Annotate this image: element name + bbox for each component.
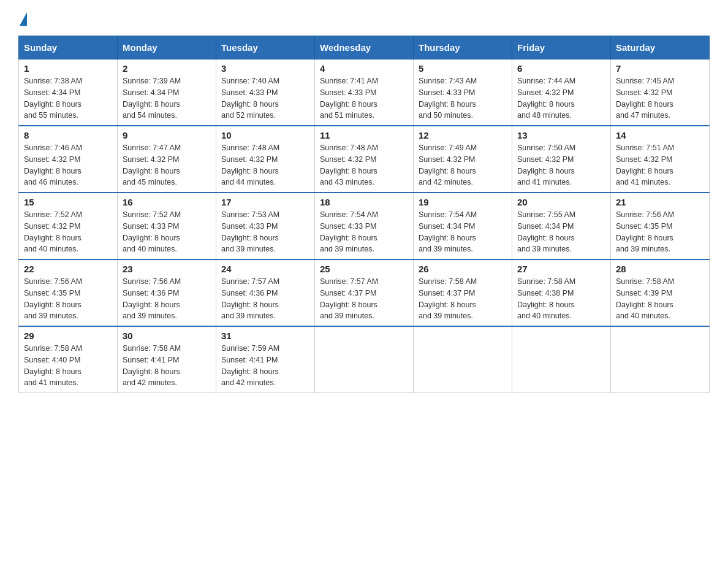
- calendar-cell: 15 Sunrise: 7:52 AM Sunset: 4:32 PM Dayl…: [19, 193, 118, 259]
- day-info: Sunrise: 7:52 AM Sunset: 4:33 PM Dayligh…: [123, 209, 211, 255]
- day-number: 26: [419, 264, 507, 274]
- day-number: 29: [24, 331, 112, 341]
- calendar-cell: 14 Sunrise: 7:51 AM Sunset: 4:32 PM Dayl…: [611, 126, 710, 193]
- calendar-cell: 2 Sunrise: 7:39 AM Sunset: 4:34 PM Dayli…: [118, 59, 216, 126]
- day-info: Sunrise: 7:55 AM Sunset: 4:34 PM Dayligh…: [517, 209, 605, 255]
- day-number: 6: [517, 63, 605, 74]
- day-number: 3: [221, 63, 309, 74]
- day-info: Sunrise: 7:49 AM Sunset: 4:32 PM Dayligh…: [419, 142, 507, 188]
- calendar-cell: [512, 326, 611, 393]
- day-info: Sunrise: 7:54 AM Sunset: 4:33 PM Dayligh…: [320, 209, 408, 255]
- calendar-cell: [414, 326, 512, 393]
- weekday-header-row: Sunday Monday Tuesday Wednesday Thursday…: [19, 36, 710, 59]
- logo: [18, 12, 27, 29]
- calendar-cell: 19 Sunrise: 7:54 AM Sunset: 4:34 PM Dayl…: [414, 193, 512, 259]
- day-info: Sunrise: 7:41 AM Sunset: 4:33 PM Dayligh…: [320, 75, 408, 121]
- day-number: 17: [221, 197, 309, 207]
- day-number: 25: [320, 264, 408, 274]
- day-number: 1: [24, 63, 112, 74]
- day-number: 12: [419, 130, 507, 140]
- calendar-cell: 17 Sunrise: 7:53 AM Sunset: 4:33 PM Dayl…: [216, 193, 315, 259]
- day-number: 22: [24, 264, 112, 274]
- day-number: 24: [221, 264, 309, 274]
- calendar-cell: 6 Sunrise: 7:44 AM Sunset: 4:32 PM Dayli…: [512, 59, 611, 126]
- calendar-cell: 13 Sunrise: 7:50 AM Sunset: 4:32 PM Dayl…: [512, 126, 611, 193]
- day-number: 28: [616, 264, 704, 274]
- day-info: Sunrise: 7:57 AM Sunset: 4:37 PM Dayligh…: [320, 276, 408, 322]
- logo-triangle-icon: [20, 12, 27, 26]
- day-number: 13: [517, 130, 605, 140]
- day-info: Sunrise: 7:45 AM Sunset: 4:32 PM Dayligh…: [616, 75, 704, 121]
- day-info: Sunrise: 7:54 AM Sunset: 4:34 PM Dayligh…: [419, 209, 507, 255]
- header-tuesday: Tuesday: [216, 36, 315, 59]
- day-number: 11: [320, 130, 408, 140]
- day-number: 23: [123, 264, 211, 274]
- day-info: Sunrise: 7:58 AM Sunset: 4:40 PM Dayligh…: [24, 343, 112, 389]
- calendar-cell: 29 Sunrise: 7:58 AM Sunset: 4:40 PM Dayl…: [19, 326, 118, 393]
- day-info: Sunrise: 7:58 AM Sunset: 4:39 PM Dayligh…: [616, 276, 704, 322]
- day-number: 8: [24, 130, 112, 140]
- day-info: Sunrise: 7:48 AM Sunset: 4:32 PM Dayligh…: [320, 142, 408, 188]
- day-number: 5: [419, 63, 507, 74]
- day-info: Sunrise: 7:58 AM Sunset: 4:38 PM Dayligh…: [517, 276, 605, 322]
- header-sunday: Sunday: [19, 36, 118, 59]
- day-info: Sunrise: 7:58 AM Sunset: 4:37 PM Dayligh…: [419, 276, 507, 322]
- day-number: 19: [419, 197, 507, 207]
- calendar-cell: 16 Sunrise: 7:52 AM Sunset: 4:33 PM Dayl…: [118, 193, 216, 259]
- header-monday: Monday: [118, 36, 216, 59]
- day-number: 14: [616, 130, 704, 140]
- day-number: 10: [221, 130, 309, 140]
- day-info: Sunrise: 7:59 AM Sunset: 4:41 PM Dayligh…: [221, 343, 309, 389]
- calendar-cell: 24 Sunrise: 7:57 AM Sunset: 4:36 PM Dayl…: [216, 259, 315, 326]
- calendar-week-row: 29 Sunrise: 7:58 AM Sunset: 4:40 PM Dayl…: [19, 326, 710, 393]
- calendar-cell: [611, 326, 710, 393]
- calendar-cell: 10 Sunrise: 7:48 AM Sunset: 4:32 PM Dayl…: [216, 126, 315, 193]
- day-number: 20: [517, 197, 605, 207]
- day-number: 30: [123, 331, 211, 341]
- day-info: Sunrise: 7:48 AM Sunset: 4:32 PM Dayligh…: [221, 142, 309, 188]
- day-number: 16: [123, 197, 211, 207]
- calendar-cell: 23 Sunrise: 7:56 AM Sunset: 4:36 PM Dayl…: [118, 259, 216, 326]
- calendar-cell: 28 Sunrise: 7:58 AM Sunset: 4:39 PM Dayl…: [611, 259, 710, 326]
- day-info: Sunrise: 7:51 AM Sunset: 4:32 PM Dayligh…: [616, 142, 704, 188]
- calendar-cell: 22 Sunrise: 7:56 AM Sunset: 4:35 PM Dayl…: [19, 259, 118, 326]
- calendar-cell: 7 Sunrise: 7:45 AM Sunset: 4:32 PM Dayli…: [611, 59, 710, 126]
- day-number: 31: [221, 331, 309, 341]
- calendar-cell: 1 Sunrise: 7:38 AM Sunset: 4:34 PM Dayli…: [19, 59, 118, 126]
- calendar-cell: 27 Sunrise: 7:58 AM Sunset: 4:38 PM Dayl…: [512, 259, 611, 326]
- calendar-cell: [315, 326, 414, 393]
- calendar-cell: 25 Sunrise: 7:57 AM Sunset: 4:37 PM Dayl…: [315, 259, 414, 326]
- calendar-cell: 4 Sunrise: 7:41 AM Sunset: 4:33 PM Dayli…: [315, 59, 414, 126]
- day-number: 27: [517, 264, 605, 274]
- calendar-table: Sunday Monday Tuesday Wednesday Thursday…: [18, 36, 710, 393]
- calendar-cell: 9 Sunrise: 7:47 AM Sunset: 4:32 PM Dayli…: [118, 126, 216, 193]
- calendar-cell: 8 Sunrise: 7:46 AM Sunset: 4:32 PM Dayli…: [19, 126, 118, 193]
- day-info: Sunrise: 7:56 AM Sunset: 4:36 PM Dayligh…: [123, 276, 211, 322]
- calendar-week-row: 1 Sunrise: 7:38 AM Sunset: 4:34 PM Dayli…: [19, 59, 710, 126]
- page-header: [18, 12, 710, 29]
- calendar-cell: 12 Sunrise: 7:49 AM Sunset: 4:32 PM Dayl…: [414, 126, 512, 193]
- day-number: 9: [123, 130, 211, 140]
- calendar-cell: 5 Sunrise: 7:43 AM Sunset: 4:33 PM Dayli…: [414, 59, 512, 126]
- day-info: Sunrise: 7:56 AM Sunset: 4:35 PM Dayligh…: [24, 276, 112, 322]
- calendar-week-row: 22 Sunrise: 7:56 AM Sunset: 4:35 PM Dayl…: [19, 259, 710, 326]
- day-info: Sunrise: 7:52 AM Sunset: 4:32 PM Dayligh…: [24, 209, 112, 255]
- calendar-cell: 20 Sunrise: 7:55 AM Sunset: 4:34 PM Dayl…: [512, 193, 611, 259]
- calendar-cell: 31 Sunrise: 7:59 AM Sunset: 4:41 PM Dayl…: [216, 326, 315, 393]
- day-info: Sunrise: 7:56 AM Sunset: 4:35 PM Dayligh…: [616, 209, 704, 255]
- calendar-week-row: 8 Sunrise: 7:46 AM Sunset: 4:32 PM Dayli…: [19, 126, 710, 193]
- calendar-cell: 3 Sunrise: 7:40 AM Sunset: 4:33 PM Dayli…: [216, 59, 315, 126]
- day-info: Sunrise: 7:57 AM Sunset: 4:36 PM Dayligh…: [221, 276, 309, 322]
- day-info: Sunrise: 7:44 AM Sunset: 4:32 PM Dayligh…: [517, 75, 605, 121]
- calendar-cell: 11 Sunrise: 7:48 AM Sunset: 4:32 PM Dayl…: [315, 126, 414, 193]
- day-info: Sunrise: 7:39 AM Sunset: 4:34 PM Dayligh…: [123, 75, 211, 121]
- day-number: 4: [320, 63, 408, 74]
- calendar-cell: 30 Sunrise: 7:58 AM Sunset: 4:41 PM Dayl…: [118, 326, 216, 393]
- day-info: Sunrise: 7:40 AM Sunset: 4:33 PM Dayligh…: [221, 75, 309, 121]
- calendar-cell: 26 Sunrise: 7:58 AM Sunset: 4:37 PM Dayl…: [414, 259, 512, 326]
- day-info: Sunrise: 7:38 AM Sunset: 4:34 PM Dayligh…: [24, 75, 112, 121]
- day-number: 18: [320, 197, 408, 207]
- calendar-cell: 18 Sunrise: 7:54 AM Sunset: 4:33 PM Dayl…: [315, 193, 414, 259]
- day-number: 2: [123, 63, 211, 74]
- header-saturday: Saturday: [611, 36, 710, 59]
